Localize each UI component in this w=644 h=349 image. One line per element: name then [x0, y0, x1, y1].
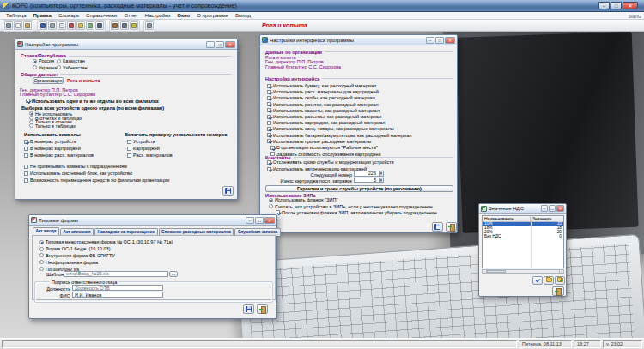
- close-button[interactable]: ✕: [623, 2, 638, 9]
- checkbox[interactable]: [267, 96, 271, 100]
- radio-button[interactable]: [39, 247, 44, 251]
- maximize-button[interactable]: □: [435, 37, 444, 44]
- edit-button[interactable]: [76, 21, 85, 30]
- print-button[interactable]: [48, 21, 57, 30]
- maximize-button[interactable]: □: [255, 217, 264, 224]
- maximize-button[interactable]: □: [611, 2, 622, 9]
- menu-item[interactable]: О программе: [193, 12, 232, 20]
- dialog-titlebar[interactable]: Настройки интерфейса программы – □ ✕: [260, 35, 457, 45]
- checkbox[interactable]: [127, 140, 131, 144]
- browse-button[interactable]: ...: [169, 271, 178, 277]
- checkbox[interactable]: [267, 139, 271, 143]
- radio-button[interactable]: [33, 59, 37, 63]
- checkbox[interactable]: [267, 108, 271, 112]
- menu-item[interactable]: Словарь: [55, 12, 82, 20]
- menu-item[interactable]: Окно: [173, 12, 193, 20]
- radio-button[interactable]: [39, 260, 44, 264]
- filter-button[interactable]: [130, 21, 138, 30]
- vat-column-value[interactable]: Значение: [531, 216, 563, 221]
- checkbox[interactable]: [267, 102, 271, 106]
- checkbox[interactable]: [267, 167, 271, 171]
- checkbox[interactable]: [24, 165, 28, 169]
- organization-button[interactable]: Организация: [33, 77, 64, 84]
- checkbox[interactable]: [24, 178, 28, 183]
- radio-button[interactable]: [269, 204, 273, 208]
- checkbox[interactable]: [267, 84, 271, 88]
- menu-item[interactable]: Выход: [232, 12, 254, 20]
- radio-button[interactable]: [33, 65, 37, 69]
- vat-column-name[interactable]: Наименование: [483, 216, 531, 221]
- scroll-thumb[interactable]: [487, 270, 506, 273]
- checkbox[interactable]: [267, 90, 271, 94]
- checkbox[interactable]: [267, 115, 271, 119]
- save-button[interactable]: [39, 21, 47, 30]
- warranty-terms-button[interactable]: Гарантии и сроки службы устройств (по ум…: [265, 185, 453, 192]
- spinner-arrows[interactable]: [379, 171, 383, 176]
- dialog-titlebar[interactable]: Настройки программы – □ ✕: [15, 39, 237, 50]
- radio-button[interactable]: [29, 123, 33, 128]
- close-button[interactable]: ✕: [225, 41, 235, 48]
- open-dictionary-button[interactable]: [544, 276, 554, 285]
- minimize-button[interactable]: –: [246, 217, 254, 224]
- dialog-titlebar[interactable]: Типовые формы – □ ✕: [29, 215, 276, 226]
- print-preview-button[interactable]: [58, 21, 66, 30]
- save-button[interactable]: [243, 304, 254, 314]
- cut-button[interactable]: [4, 21, 13, 30]
- settings-button[interactable]: [67, 21, 76, 30]
- add-value-button[interactable]: [555, 276, 565, 285]
- paste-button[interactable]: [23, 21, 32, 30]
- menu-item[interactable]: Отчет: [120, 12, 141, 20]
- close-button[interactable]: ✕: [445, 37, 455, 44]
- maximize-button[interactable]: □: [549, 205, 556, 212]
- checkbox[interactable]: [267, 133, 271, 137]
- checkbox[interactable]: [127, 153, 131, 158]
- checkbox[interactable]: [267, 127, 271, 131]
- same-departments-checkbox[interactable]: [26, 99, 30, 103]
- checkbox[interactable]: [267, 121, 271, 125]
- menu-item[interactable]: Таблица: [3, 12, 30, 20]
- exit-button[interactable]: [552, 286, 564, 296]
- exit-button[interactable]: [446, 222, 457, 232]
- menu-item[interactable]: Настройки: [142, 12, 173, 20]
- form-tab[interactable]: Акт ввода: [33, 227, 59, 236]
- menu-item[interactable]: Правка: [30, 12, 55, 20]
- menu-item[interactable]: Справочники: [82, 12, 120, 20]
- position-input[interactable]: Должность ОТВ: [72, 285, 163, 291]
- checkbox[interactable]: [127, 147, 131, 151]
- checkbox[interactable]: [270, 146, 275, 150]
- template-path-input[interactable]: temp\Ввод_№25.xls: [64, 271, 168, 277]
- copy-button[interactable]: [14, 21, 22, 30]
- minimize-button[interactable]: –: [541, 205, 548, 212]
- vat-table-row[interactable]: Без НДС 0: [483, 234, 563, 238]
- confirm-button[interactable]: [532, 276, 543, 285]
- maximize-button[interactable]: □: [216, 41, 224, 48]
- close-button[interactable]: ✕: [556, 205, 564, 212]
- next-number-input[interactable]: 226: [354, 171, 384, 177]
- radio-button[interactable]: [57, 65, 61, 69]
- checkbox[interactable]: [24, 171, 28, 176]
- radio-button[interactable]: [39, 240, 44, 244]
- close-button[interactable]: ✕: [264, 217, 275, 224]
- spinner-arrows[interactable]: [379, 178, 383, 183]
- search-button[interactable]: [95, 21, 104, 30]
- checkbox[interactable]: [267, 160, 271, 165]
- table-button[interactable]: [86, 21, 94, 30]
- checkbox[interactable]: [24, 140, 28, 144]
- checkbox[interactable]: [24, 147, 28, 151]
- radio-button[interactable]: [57, 59, 61, 63]
- horizontal-scrollbar[interactable]: [482, 269, 564, 274]
- name-input[interactable]: И.И. Иванов: [72, 292, 163, 298]
- minimize-button[interactable]: –: [598, 2, 610, 9]
- radio-button[interactable]: [269, 198, 273, 202]
- dictionary-button[interactable]: [111, 21, 119, 30]
- calculator-button[interactable]: [120, 21, 129, 30]
- minimize-button[interactable]: –: [206, 41, 215, 48]
- exit-button[interactable]: [257, 304, 268, 314]
- checkbox[interactable]: [24, 153, 28, 158]
- scroll-right-arrow[interactable]: [559, 270, 563, 273]
- dialog-titlebar[interactable]: Значение НДС – □ ✕: [479, 204, 566, 214]
- radio-button[interactable]: [39, 267, 44, 271]
- minimize-button[interactable]: –: [426, 37, 434, 44]
- save-button[interactable]: [222, 186, 234, 196]
- save-button[interactable]: [432, 222, 443, 232]
